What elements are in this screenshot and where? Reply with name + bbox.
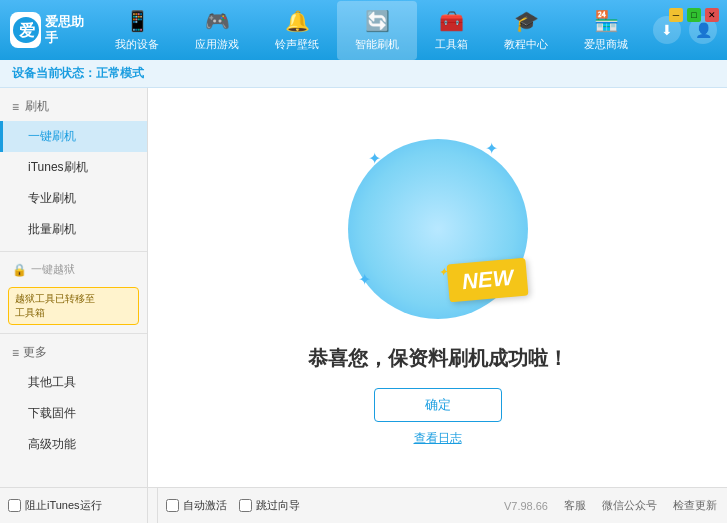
nav-bar: 📱 我的设备 🎮 应用游戏 🔔 铃声壁纸 🔄 智能刷机 🧰 工具箱 🎓: [90, 1, 653, 60]
phone-container: ✦ ✦ ✦ NEW: [338, 129, 538, 329]
tools-icon: 🧰: [439, 9, 464, 33]
logo-text: 爱思助手: [45, 14, 90, 45]
minimize-button[interactable]: ─: [669, 8, 683, 22]
main-area: ≡ 刷机 一键刷机 iTunes刷机 专业刷机 批量刷机 🔒: [0, 88, 727, 487]
log-link[interactable]: 查看日志: [414, 430, 462, 447]
sidebar-item-pro-flash[interactable]: 专业刷机: [0, 183, 147, 214]
app-header: 爱 爱思助手 📱 我的设备 🎮 应用游戏 🔔 铃声壁纸 🔄 智能刷机: [0, 0, 727, 60]
customer-service-link[interactable]: 客服: [564, 498, 586, 513]
flash-section-icon: ≡: [12, 100, 19, 114]
sidebar-divider-1: [0, 251, 147, 252]
window-controls[interactable]: ─ □ ✕: [669, 8, 719, 22]
nav-my-device-label: 我的设备: [115, 37, 159, 52]
sidebar-locked-jailbreak: 🔒 一键越狱: [0, 256, 147, 283]
block-itunes-bar: 阻止iTunes运行: [0, 487, 148, 523]
sidebar-section-flash-title: ≡ 刷机: [0, 92, 147, 121]
smart-flash-icon: 🔄: [365, 9, 390, 33]
sidebar-divider-2: [0, 333, 147, 334]
nav-store[interactable]: 🏪 爱思商城: [566, 1, 646, 60]
tutorial-icon: 🎓: [514, 9, 539, 33]
sidebar-item-other-tools[interactable]: 其他工具: [0, 367, 147, 398]
nav-tutorial-label: 教程中心: [504, 37, 548, 52]
more-section-icon: ≡: [12, 346, 19, 360]
nav-tools[interactable]: 🧰 工具箱: [417, 1, 486, 60]
nav-smart-flash-label: 智能刷机: [355, 37, 399, 52]
bottom-actions: 自动激活 跳过向导: [158, 498, 308, 513]
wechat-link[interactable]: 微信公众号: [602, 498, 657, 513]
sidebar-more-title: ≡ 更多: [0, 338, 147, 367]
sidebar-item-itunes-flash[interactable]: iTunes刷机: [0, 152, 147, 183]
nav-smart-flash[interactable]: 🔄 智能刷机: [337, 1, 417, 60]
sub-header-status: 正常模式: [96, 65, 144, 82]
nav-tutorial[interactable]: 🎓 教程中心: [486, 1, 566, 60]
tour-guide-label[interactable]: 跳过向导: [239, 498, 300, 513]
nav-my-device[interactable]: 📱 我的设备: [97, 1, 177, 60]
apps-games-icon: 🎮: [205, 9, 230, 33]
tour-guide-checkbox[interactable]: [239, 499, 252, 512]
nav-tools-label: 工具箱: [435, 37, 468, 52]
close-button[interactable]: ✕: [705, 8, 719, 22]
success-illustration: ✦ ✦ ✦ NEW 恭喜您，保资料刷机成功啦！ 确定 查看日志: [308, 129, 568, 447]
confirm-button[interactable]: 确定: [374, 388, 502, 422]
sidebar-item-one-key-flash[interactable]: 一键刷机: [0, 121, 147, 152]
logo-icon: 爱: [10, 12, 41, 48]
check-update-link[interactable]: 检查更新: [673, 498, 717, 513]
sub-header-prefix: 设备当前状态：: [12, 65, 96, 82]
lock-icon: 🔒: [12, 263, 27, 277]
maximize-button[interactable]: □: [687, 8, 701, 22]
sidebar-item-batch-flash[interactable]: 批量刷机: [0, 214, 147, 245]
new-badge: NEW: [447, 257, 529, 302]
version-label: V7.98.66: [504, 500, 548, 512]
ringtone-icon: 🔔: [285, 9, 310, 33]
svg-text:爱: 爱: [19, 21, 35, 39]
success-text: 恭喜您，保资料刷机成功啦！: [308, 345, 568, 372]
main-content: ✦ ✦ ✦ NEW 恭喜您，保资料刷机成功啦！ 确定 查看日志: [148, 88, 727, 487]
sparkle-2: ✦: [485, 139, 498, 158]
block-itunes-label: 阻止iTunes运行: [25, 498, 102, 513]
nav-store-label: 爱思商城: [584, 37, 628, 52]
bottom-right: V7.98.66 客服 微信公众号 检查更新: [504, 498, 717, 513]
sparkle-3: ✦: [358, 270, 371, 289]
app-logo: 爱 爱思助手: [10, 12, 90, 48]
nav-apps-games-label: 应用游戏: [195, 37, 239, 52]
sparkle-1: ✦: [368, 149, 381, 168]
store-icon: 🏪: [594, 9, 619, 33]
sidebar-item-advanced[interactable]: 高级功能: [0, 429, 147, 460]
nav-ringtone-label: 铃声壁纸: [275, 37, 319, 52]
nav-ringtone[interactable]: 🔔 铃声壁纸: [257, 1, 337, 60]
nav-apps-games[interactable]: 🎮 应用游戏: [177, 1, 257, 60]
sidebar-item-download-firmware[interactable]: 下载固件: [0, 398, 147, 429]
sidebar-notice: 越狱工具已转移至工具箱: [8, 287, 139, 325]
sidebar-section-flash: ≡ 刷机 一键刷机 iTunes刷机 专业刷机 批量刷机: [0, 92, 147, 245]
my-device-icon: 📱: [125, 9, 150, 33]
block-itunes-checkbox[interactable]: [8, 499, 21, 512]
sub-header: 设备当前状态： 正常模式: [0, 60, 727, 88]
sidebar: ≡ 刷机 一键刷机 iTunes刷机 专业刷机 批量刷机 🔒: [0, 88, 148, 487]
auto-connect-checkbox[interactable]: [166, 499, 179, 512]
auto-connect-label[interactable]: 自动激活: [166, 498, 227, 513]
